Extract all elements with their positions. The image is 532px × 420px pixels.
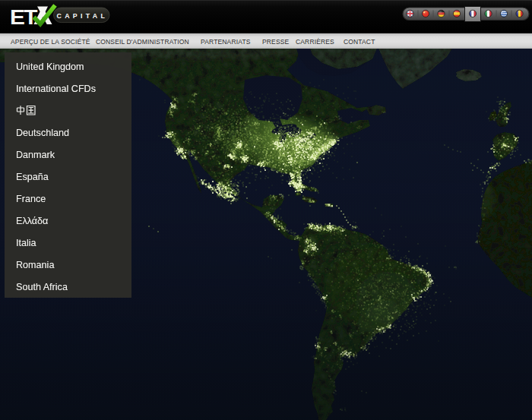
- svg-text:ET: ET: [10, 5, 38, 29]
- svg-text:CAPITAL: CAPITAL: [57, 12, 109, 20]
